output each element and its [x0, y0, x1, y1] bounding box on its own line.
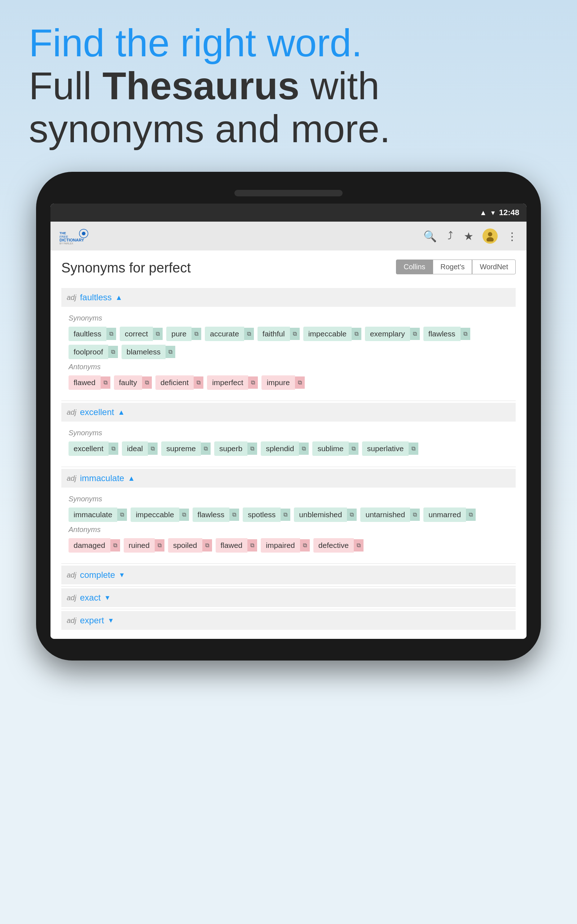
section-complete-header[interactable]: adj complete ▼ — [61, 565, 516, 584]
word-pure[interactable]: pure⧉ — [166, 327, 201, 341]
faultless-adj: adj — [67, 294, 76, 302]
exact-word[interactable]: exact — [80, 593, 101, 603]
section-excellent-header[interactable]: adj excellent ▲ — [61, 403, 516, 422]
divider-2 — [61, 467, 516, 467]
word-excellent[interactable]: excellent⧉ — [69, 441, 118, 456]
word-superlative[interactable]: superlative⧉ — [362, 441, 419, 456]
word-faithful[interactable]: faithful⧉ — [258, 327, 300, 341]
tab-collins[interactable]: Collins — [396, 260, 433, 274]
word-sublime[interactable]: sublime⧉ — [312, 441, 358, 456]
word-impeccable2[interactable]: impeccable⧉ — [131, 507, 189, 522]
word-deficient[interactable]: deficient⧉ — [155, 375, 203, 390]
section-immaculate-header[interactable]: adj immaculate ▲ — [61, 469, 516, 488]
hero-line2-suffix: with — [299, 64, 379, 108]
faultless-arrow: ▲ — [115, 294, 122, 302]
word-unmarred[interactable]: unmarred⧉ — [423, 507, 475, 522]
word-spotless[interactable]: spotless⧉ — [243, 507, 290, 522]
immaculate-synonyms-block: Synonyms immaculate⧉ impeccable⧉ flawles… — [61, 489, 516, 562]
expert-adj: adj — [67, 617, 76, 625]
svg-point-7 — [487, 237, 494, 241]
immaculate-adj: adj — [67, 474, 76, 483]
word-flawed[interactable]: flawed⧉ — [69, 375, 110, 390]
faultless-synonyms-block: Synonyms faultless⧉ correct⧉ pure⧉ accur… — [61, 309, 516, 399]
word-faultless[interactable]: faultless⧉ — [69, 327, 116, 341]
word-unblemished[interactable]: unblemished⧉ — [294, 507, 357, 522]
immaculate-word[interactable]: immaculate — [80, 473, 124, 483]
word-ideal[interactable]: ideal⧉ — [122, 441, 158, 456]
excellent-synonyms-label: Synonyms — [69, 429, 508, 437]
svg-text:BY FARLEX: BY FARLEX — [60, 242, 73, 245]
complete-arrow: ▼ — [119, 571, 125, 579]
word-defective[interactable]: defective⧉ — [313, 538, 364, 552]
word-ruined[interactable]: ruined⧉ — [124, 538, 164, 552]
complete-word[interactable]: complete — [80, 570, 115, 580]
divider-3 — [61, 564, 516, 564]
wifi-icon: ▾ — [491, 208, 495, 217]
immaculate-synonyms-label: Synonyms — [69, 495, 508, 503]
phone-body: ▲ ▾ 12:48 THE FREE DICTIONARY BY FARLEX — [36, 172, 541, 661]
excellent-synonyms-block: Synonyms excellent⧉ ideal⧉ supreme⧉ supe… — [61, 423, 516, 465]
word-foolproof[interactable]: foolproof⧉ — [69, 345, 118, 359]
search-icon[interactable]: 🔍 — [422, 228, 438, 244]
hero-line3: synonyms and more. — [29, 108, 548, 150]
word-impure[interactable]: impure⧉ — [261, 375, 305, 390]
tab-group: Collins Roget's WordNet — [396, 260, 516, 274]
word-superb[interactable]: superb⧉ — [214, 441, 257, 456]
page-title: Synonyms for perfect — [61, 260, 191, 276]
excellent-synonyms-grid: excellent⧉ ideal⧉ supreme⧉ superb⧉ splen… — [69, 441, 508, 456]
more-menu-icon[interactable]: ⋮ — [505, 228, 519, 244]
word-blameless[interactable]: blameless⧉ — [121, 345, 176, 359]
word-flawless[interactable]: flawless⧉ — [423, 327, 470, 341]
exact-arrow: ▼ — [104, 594, 111, 602]
faultless-antonyms-label: Antonyms — [69, 363, 508, 371]
app-toolbar: THE FREE DICTIONARY BY FARLEX 🔍 ⤴ ★ — [50, 221, 527, 250]
faultless-synonyms-grid: faultless⧉ correct⧉ pure⧉ accurate⧉ fait… — [69, 327, 508, 359]
word-accurate[interactable]: accurate⧉ — [205, 327, 254, 341]
word-impaired[interactable]: impaired⧉ — [261, 538, 310, 552]
word-untarnished[interactable]: untarnished⧉ — [360, 507, 420, 522]
word-spoiled[interactable]: spoiled⧉ — [168, 538, 212, 552]
immaculate-antonyms-label: Antonyms — [69, 525, 508, 534]
svg-text:DICTIONARY: DICTIONARY — [60, 238, 84, 242]
signal-icon: ▲ — [480, 208, 487, 217]
word-faulty[interactable]: faulty⧉ — [114, 375, 152, 390]
faultless-word[interactable]: faultless — [80, 292, 112, 302]
faultless-synonyms-label: Synonyms — [69, 314, 508, 322]
word-flawless2[interactable]: flawless⧉ — [193, 507, 239, 522]
word-correct[interactable]: correct⧉ — [120, 327, 163, 341]
share-icon[interactable]: ⤴ — [446, 228, 455, 244]
faultless-antonyms-grid: flawed⧉ faulty⧉ deficient⧉ imperfect⧉ im… — [69, 375, 508, 390]
section-exact-header[interactable]: adj exact ▼ — [61, 588, 516, 607]
content-area: Synonyms for perfect Collins Roget's Wor… — [50, 250, 527, 639]
word-flawed2[interactable]: flawed⧉ — [216, 538, 258, 552]
expert-word[interactable]: expert — [80, 615, 104, 625]
svg-point-6 — [488, 232, 492, 236]
user-avatar[interactable] — [482, 228, 498, 244]
tab-wordnet[interactable]: WordNet — [472, 260, 516, 274]
exact-adj: adj — [67, 594, 76, 602]
status-time: 12:48 — [499, 208, 519, 217]
star-icon[interactable]: ★ — [462, 228, 475, 244]
word-splendid[interactable]: splendid⧉ — [261, 441, 309, 456]
hero-line1: Find the right word. — [29, 22, 548, 65]
excellent-word[interactable]: excellent — [80, 407, 114, 417]
svg-point-5 — [82, 232, 85, 235]
user-icon — [485, 231, 495, 241]
svg-text:THE: THE — [60, 231, 66, 235]
section-expert-header[interactable]: adj expert ▼ — [61, 611, 516, 630]
tab-rogets[interactable]: Roget's — [433, 260, 472, 274]
hero-line2-prefix: Full — [29, 64, 102, 108]
hero-line2: Full Thesaurus with — [29, 65, 548, 108]
excellent-adj: adj — [67, 408, 76, 417]
word-supreme[interactable]: supreme⧉ — [161, 441, 211, 456]
expert-arrow: ▼ — [108, 617, 114, 624]
word-impeccable[interactable]: impeccable⧉ — [303, 327, 361, 341]
logo-svg: THE FREE DICTIONARY BY FARLEX — [58, 226, 90, 246]
word-immaculate[interactable]: immaculate⧉ — [69, 507, 127, 522]
word-damaged[interactable]: damaged⧉ — [69, 538, 120, 552]
word-exemplary[interactable]: exemplary⧉ — [365, 327, 420, 341]
section-faultless-header[interactable]: adj faultless ▲ — [61, 288, 516, 307]
word-imperfect[interactable]: imperfect⧉ — [207, 375, 258, 390]
complete-adj: adj — [67, 571, 76, 579]
status-bar: ▲ ▾ 12:48 — [50, 204, 527, 221]
